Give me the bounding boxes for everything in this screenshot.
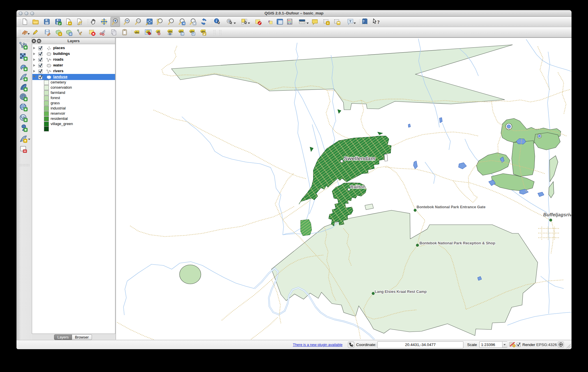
svg-text:T: T <box>349 19 352 23</box>
svg-text:abc: abc <box>168 30 173 33</box>
svg-text:Buffeljagsrivier: Buffeljagsrivier <box>543 212 571 217</box>
svg-text:Railton: Railton <box>350 184 366 189</box>
svg-text:?: ? <box>377 19 379 25</box>
svg-text:Bontebok National Park Entranc: Bontebok National Park Entrance Gate <box>417 205 485 209</box>
svg-text:1:1: 1:1 <box>137 20 140 22</box>
svg-text:Bontebok National Park Recepti: Bontebok National Park Reception & Shop <box>419 241 495 245</box>
svg-text:abc: abc <box>135 31 139 34</box>
svg-text:Lang Elsies Kraal Rest Camp: Lang Elsies Kraal Rest Camp <box>375 289 427 294</box>
svg-text:Swellendam: Swellendam <box>344 155 376 161</box>
svg-text:?: ? <box>363 20 365 23</box>
